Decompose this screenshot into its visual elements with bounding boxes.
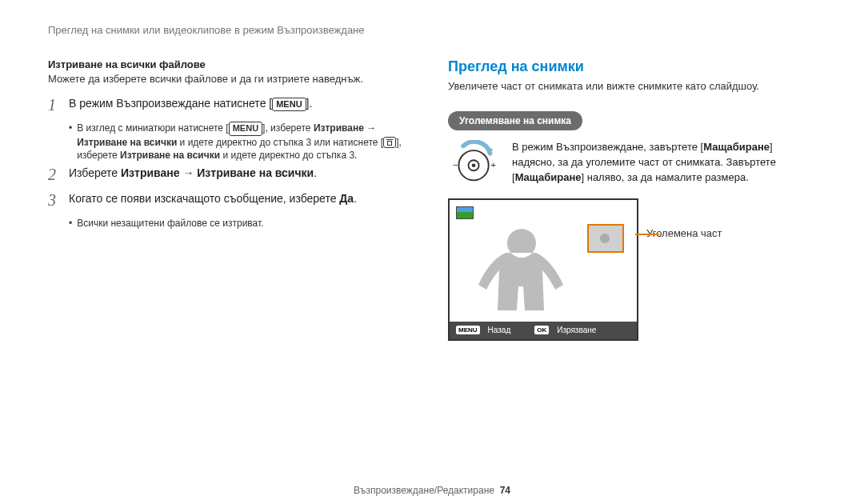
s2b: Изтриване <box>121 166 180 179</box>
right-column: Преглед на снимки Увеличете част от сним… <box>448 58 816 341</box>
thumbnail-indicator-icon <box>456 206 474 219</box>
dial-instruction: − + В режим Възпроизвеждане, завъртете [… <box>448 140 816 186</box>
step1-text-a: В режим Възпроизвеждане натиснете [ <box>69 97 272 110</box>
da: В режим Възпроизвеждане, завъртете [ <box>512 141 703 153</box>
zoom-dial-icon: − + <box>448 140 501 185</box>
delete-all-intro: Можете да изберете всички файлове и да г… <box>48 73 416 85</box>
b1e: Изтриване на всички <box>77 137 177 148</box>
view-photos-intro: Увеличете част от снимката или вижте сни… <box>448 80 816 92</box>
step-number: 2 <box>48 166 59 183</box>
step1-bullet: В изглед с миниатюри натиснете [MENU], и… <box>69 122 416 162</box>
b1f: и идете директно до стъпка 3 или натисне… <box>177 137 383 148</box>
b1c: Изтриване <box>314 122 364 134</box>
footer-page: 74 <box>500 485 510 496</box>
bullet3-text: Всички незащитени файлове се изтриват. <box>77 217 263 230</box>
child-silhouette-icon <box>466 222 578 318</box>
s3b: Да <box>339 192 354 205</box>
db: Мащабиране <box>703 141 770 153</box>
s3c: . <box>354 192 357 205</box>
zoomed-area-box <box>587 224 624 253</box>
screen-footer: MENU Назад OK Изрязване <box>450 322 637 339</box>
screen-back-label: Назад <box>488 326 511 334</box>
preview-screen: MENU Назад OK Изрязване <box>448 198 638 341</box>
dd: Мащабиране <box>515 171 582 183</box>
b1b: ], изберете <box>262 122 314 134</box>
step-body: В режим Възпроизвеждане натиснете [MENU]… <box>69 96 416 112</box>
step3-bullet: Всички незащитени файлове се изтриват. <box>69 217 416 230</box>
callout-line <box>635 234 659 235</box>
step-number: 3 <box>48 191 59 209</box>
b1a: В изглед с миниатюри натиснете [ <box>77 122 228 134</box>
s2d: Изтриване на всички <box>197 166 314 179</box>
dial-text: В режим Възпроизвеждане, завъртете [Маща… <box>512 140 816 186</box>
screen-menu-btn: MENU <box>456 326 480 334</box>
s3a: Когато се появи изскачащото съобщение, и… <box>69 192 339 205</box>
step-number: 1 <box>48 96 59 114</box>
footer-section: Възпроизвеждане/Редактиране <box>354 485 494 496</box>
breadcrumb: Преглед на снимки или видеоклипове в реж… <box>48 24 816 36</box>
left-column: Изтриване на всички файлове Можете да из… <box>48 58 416 341</box>
b1i: и идете директно до стъпка 3. <box>220 150 357 161</box>
step-body: Изберете Изтриване → Изтриване на всички… <box>69 166 416 182</box>
menu-icon: MENU <box>229 122 262 135</box>
screen-crop-label: Изрязване <box>557 326 596 334</box>
svg-point-3 <box>472 163 476 167</box>
b1d: → <box>364 122 376 134</box>
s2c: → <box>180 166 198 179</box>
trash-icon <box>383 137 396 148</box>
step-1: 1 В режим Възпроизвеждане натиснете [MEN… <box>48 96 416 114</box>
content-columns: Изтриване на всички файлове Можете да из… <box>48 58 816 341</box>
page-footer: Възпроизвеждане/Редактиране 74 <box>0 485 864 496</box>
screen-row: MENU Назад OK Изрязване Уголемена част <box>448 198 816 341</box>
view-photos-title: Преглед на снимки <box>448 58 816 75</box>
step1-text-b: ]. <box>306 97 313 110</box>
step-body: Когато се появи изскачащото съобщение, и… <box>69 191 416 207</box>
b1h: Изтриване на всички <box>120 150 220 161</box>
step-3: 3 Когато се появи изскачащото съобщение,… <box>48 191 416 209</box>
s2e: . <box>314 166 317 179</box>
s2a: Изберете <box>69 166 121 179</box>
enlarge-pill: Уголемяване на снимка <box>448 111 582 130</box>
de: ] наляво, за да намалите размера. <box>581 171 748 183</box>
step-2: 2 Изберете Изтриване → Изтриване на всич… <box>48 166 416 183</box>
svg-text:+: + <box>491 160 497 170</box>
screen-ok-btn: OK <box>534 326 549 334</box>
menu-icon: MENU <box>272 98 306 111</box>
svg-text:−: − <box>453 160 458 170</box>
delete-all-subhead: Изтриване на всички файлове <box>48 58 416 70</box>
